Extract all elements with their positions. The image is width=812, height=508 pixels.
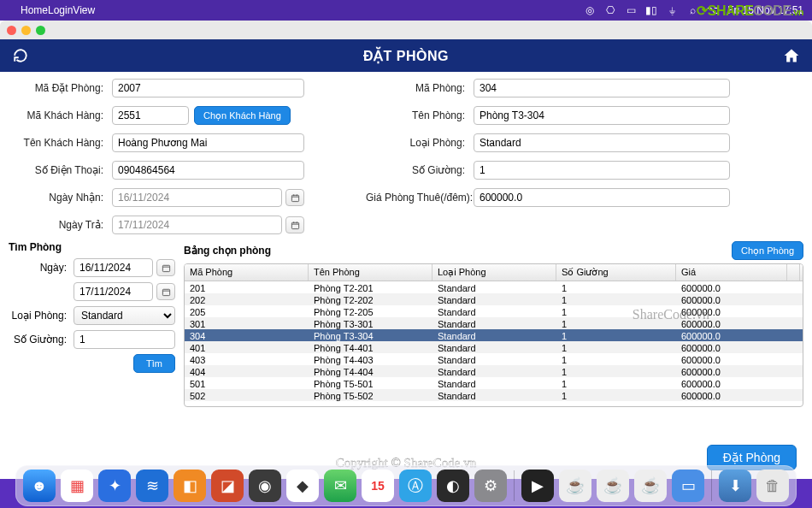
table-row[interactable]: 202Phòng T2-202Standard1600000.0 — [185, 293, 803, 305]
beds-field[interactable] — [474, 161, 730, 180]
java-icon[interactable]: ☕ — [559, 470, 591, 502]
col-name[interactable]: Tên Phòng — [309, 264, 432, 281]
menu-extra-icon[interactable]: ◎ — [584, 4, 596, 16]
box-icon[interactable]: ◪ — [211, 470, 244, 502]
checkout-field[interactable] — [112, 216, 282, 234]
cell-id: 304 — [185, 329, 309, 341]
grid-body[interactable]: 201Phòng T2-201Standard1600000.0202Phòng… — [185, 281, 803, 405]
find-type-label: Loại Phòng: — [9, 310, 68, 322]
table-title: Bảng chọn phòng — [184, 245, 271, 257]
cell-type: Standard — [432, 305, 556, 317]
find-date-to-picker-icon[interactable] — [156, 283, 175, 300]
cell-price: 600000.0 — [676, 377, 787, 389]
svg-rect-0 — [291, 195, 298, 201]
vscode-icon[interactable]: ≋ — [136, 470, 168, 502]
cell-beds: 1 — [556, 293, 676, 305]
cust-name-field[interactable] — [112, 133, 304, 152]
settings-icon[interactable]: ⚙ — [474, 470, 507, 502]
eclipse-icon[interactable]: ◐ — [437, 470, 469, 502]
java2-icon[interactable]: ☕ — [597, 470, 629, 502]
messages-icon[interactable]: ✉ — [324, 470, 356, 502]
safari-icon[interactable]: ✦ — [98, 470, 131, 502]
app-window: ĐẶT PHÒNG Mã Đặt Phòng: Mã Phòng: Mã Khá… — [0, 21, 812, 479]
page-title: ĐẶT PHÒNG — [363, 48, 449, 64]
page-body: Mã Đặt Phòng: Mã Phòng: Mã Khách Hàng: C… — [0, 72, 812, 479]
cell-type: Standard — [432, 341, 556, 353]
col-type[interactable]: Loại Phòng — [432, 264, 556, 281]
docker-icon[interactable]: ⎔ — [604, 4, 616, 16]
screen-icon[interactable]: ▭ — [625, 4, 637, 16]
cell-name: Phòng T3-301 — [309, 317, 432, 329]
phone-field[interactable] — [112, 161, 304, 180]
appstore-icon[interactable]: Ⓐ — [399, 470, 432, 502]
find-beds-field[interactable] — [74, 330, 175, 349]
cell-name: Phòng T4-404 — [309, 365, 432, 377]
battery-icon[interactable]: ▮▯ — [645, 4, 657, 16]
room-name-field[interactable] — [474, 106, 730, 125]
table-row[interactable]: 501Phòng T5-501Standard1600000.0 — [185, 377, 803, 389]
find-button[interactable]: Tìm — [133, 354, 175, 373]
cell-price: 600000.0 — [676, 341, 787, 353]
checkout-picker-icon[interactable] — [285, 216, 304, 233]
table-row[interactable]: 201Phòng T2-201Standard1600000.0 — [185, 281, 803, 293]
room-type-field[interactable] — [474, 133, 730, 152]
table-row[interactable]: 205Phòng T2-205Standard1600000.0 — [185, 305, 803, 317]
price-field[interactable] — [474, 188, 730, 207]
find-date-from-picker-icon[interactable] — [156, 259, 175, 276]
zoom-icon[interactable] — [36, 26, 45, 35]
table-row[interactable]: 403Phòng T4-403Standard1600000.0 — [185, 353, 803, 365]
col-beds[interactable]: Số Giường — [556, 264, 676, 281]
cell-type: Standard — [432, 377, 556, 389]
running-app-icon[interactable]: ▭ — [672, 470, 704, 502]
cell-id: 301 — [185, 317, 309, 329]
wifi-icon[interactable]: ⏚ — [666, 4, 678, 16]
room-type-label: Loại Phòng: — [366, 137, 468, 149]
table-row[interactable]: 401Phòng T4-401Standard1600000.0 — [185, 341, 803, 353]
cell-beds: 1 — [556, 365, 676, 377]
table-row[interactable]: 404Phòng T4-404Standard1600000.0 — [185, 365, 803, 377]
checkin-field[interactable] — [112, 188, 282, 207]
menubar-appname[interactable]: HomeLoginView — [21, 4, 95, 16]
dock[interactable]: ☻ ▦ ✦ ≋ ◧ ◪ ◉ ◆ ✉ 15 Ⓐ ◐ ⚙ ▶ ☕ ☕ ☕ ▭ ⬇ 🗑 — [15, 465, 797, 506]
db-icon[interactable]: ◧ — [174, 470, 206, 502]
find-date-to[interactable] — [74, 282, 153, 301]
table-row[interactable]: 502Phòng T5-502Standard1600000.0 — [185, 389, 803, 401]
find-type-select[interactable]: Standard — [74, 306, 175, 325]
calendar-icon[interactable]: 15 — [362, 470, 394, 502]
finder-icon[interactable]: ☻ — [23, 470, 56, 502]
cell-price: 600000.0 — [676, 353, 787, 365]
cell-type: Standard — [432, 317, 556, 329]
price-label: Giá Phòng Thuê(/đêm): — [366, 192, 468, 204]
choose-room-button[interactable]: Chọn Phòng — [732, 241, 803, 260]
cell-beds: 1 — [556, 317, 676, 329]
find-date-from[interactable] — [74, 258, 153, 277]
table-row[interactable]: 304Phòng T3-304Standard1600000.0 — [185, 329, 803, 341]
table-row[interactable]: 301Phòng T3-301Standard1600000.0 — [185, 317, 803, 329]
col-id[interactable]: Mã Phòng — [185, 264, 309, 281]
checkin-picker-icon[interactable] — [285, 189, 304, 206]
svg-rect-3 — [162, 289, 169, 295]
home-icon[interactable] — [783, 47, 800, 64]
find-title: Tìm Phòng — [9, 241, 175, 253]
window-chrome — [0, 21, 812, 39]
launchpad-icon[interactable]: ▦ — [61, 470, 93, 502]
downloads-icon[interactable]: ⬇ — [719, 470, 751, 502]
refresh-icon[interactable] — [12, 47, 29, 64]
col-price[interactable]: Giá — [676, 264, 787, 281]
cust-id-field[interactable] — [112, 106, 189, 125]
booking-id-field[interactable] — [112, 79, 304, 97]
java3-icon[interactable]: ☕ — [634, 470, 667, 502]
cell-id: 401 — [185, 341, 309, 353]
cell-name: Phòng T2-205 — [309, 305, 432, 317]
cell-beds: 1 — [556, 353, 676, 365]
minimize-icon[interactable] — [21, 26, 31, 35]
cell-price: 600000.0 — [676, 317, 787, 329]
github-icon[interactable]: ◉ — [249, 470, 281, 502]
choose-customer-button[interactable]: Chọn Khách Hàng — [194, 106, 291, 125]
room-id-field[interactable] — [474, 79, 730, 97]
cell-price: 600000.0 — [676, 293, 787, 305]
close-icon[interactable] — [7, 26, 16, 35]
terminal-icon[interactable]: ▶ — [521, 470, 554, 502]
trash-icon[interactable]: 🗑 — [756, 470, 789, 502]
netbeans-icon[interactable]: ◆ — [286, 470, 319, 502]
